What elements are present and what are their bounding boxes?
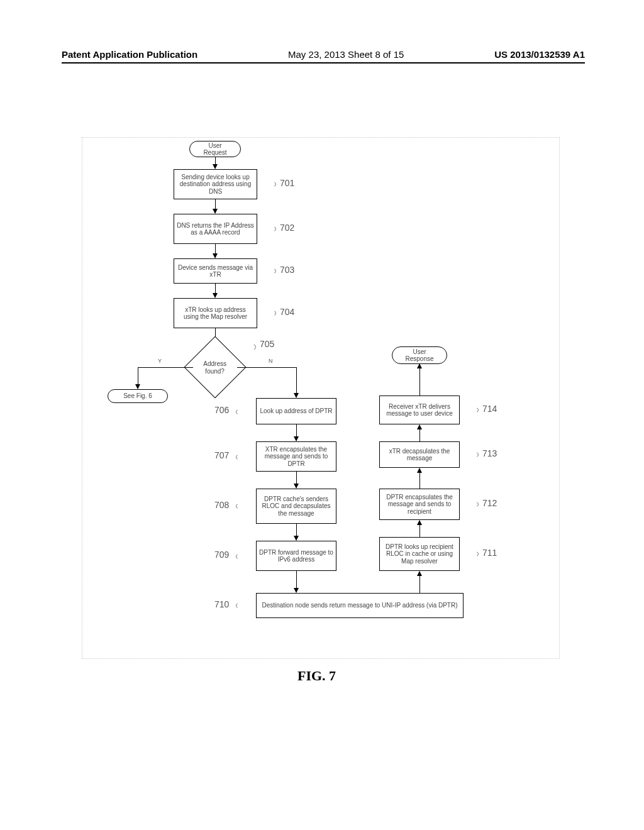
leader: [233, 343, 256, 351]
step-709: DPTR forward message to IPv6 address: [256, 541, 336, 571]
arrow: [296, 571, 297, 592]
step-708: DPTR cache's senders RLOC and decapsulat…: [256, 489, 336, 524]
step-706: Look up address of DPTR: [256, 398, 336, 424]
arrow: [138, 367, 138, 389]
step-703-text: Device sends message via xTR: [177, 264, 254, 279]
step-714-text: Receiver xTR delivers message to user de…: [382, 403, 457, 418]
step-713: xTR decapsulates the message: [379, 441, 460, 468]
step-708-text: DPTR cache's senders RLOC and decapsulat…: [259, 495, 333, 517]
leader: [257, 180, 276, 188]
step-707-text: XTR encapsulates the message and sends t…: [259, 446, 333, 468]
ref-706: 706: [214, 405, 229, 415]
terminator-user-request: User Request: [189, 141, 241, 157]
arrow: [419, 425, 420, 441]
terminator-user-request-text: User Request: [203, 142, 226, 157]
decision-no-label: N: [269, 358, 273, 364]
leader: [236, 602, 255, 609]
leader: [257, 267, 276, 275]
step-702-text: DNS returns the IP Address as a AAAA rec…: [177, 222, 254, 236]
arrow: [215, 157, 216, 169]
step-710-text: Destination node sends return message to…: [262, 602, 457, 609]
arrow: [296, 367, 297, 397]
step-712: DPTR encapsulates the message and sends …: [379, 489, 460, 520]
arrow: [419, 572, 420, 593]
arrow: [215, 284, 216, 297]
figure-label: FIG. 7: [297, 668, 336, 684]
step-711-text: DPTR looks up recipient RLOC in cache or…: [382, 543, 457, 565]
ref-708: 708: [214, 500, 229, 510]
ref-704: 704: [280, 307, 294, 317]
ref-703: 703: [280, 265, 294, 275]
step-713-text: xTR decapsulates the message: [382, 448, 457, 462]
ref-705: 705: [260, 339, 274, 349]
header-left: Patent Application Publication: [62, 49, 197, 60]
step-701: Sending device looks up destination addr…: [174, 169, 257, 199]
leader: [460, 501, 479, 508]
header-mid: May 23, 2013 Sheet 8 of 15: [288, 49, 404, 60]
step-702: DNS returns the IP Address as a AAAA rec…: [174, 214, 257, 244]
step-712-text: DPTR encapsulates the message and sends …: [382, 494, 457, 516]
page-header: Patent Application Publication May 23, 2…: [62, 49, 585, 64]
step-704: xTR looks up address using the Map resol…: [174, 298, 257, 328]
step-701-text: Sending device looks up destination addr…: [177, 174, 254, 196]
leader: [236, 553, 255, 560]
leader: [460, 406, 479, 414]
step-710: Destination node sends return message to…: [256, 593, 464, 618]
ref-701: 701: [280, 178, 294, 188]
step-714: Receiver xTR delivers message to user de…: [379, 396, 460, 424]
arrow: [215, 199, 216, 213]
terminator-user-response-text: User Response: [405, 348, 433, 363]
terminator-see-fig6: See Fig. 6: [108, 389, 168, 403]
arrow: [419, 468, 420, 489]
ref-714: 714: [482, 404, 497, 414]
terminator-user-response: User Response: [392, 346, 447, 364]
terminator-see-fig6-text: See Fig. 6: [123, 392, 152, 400]
ref-709: 709: [214, 550, 229, 560]
step-709-text: DPTR forward message to IPv6 address: [259, 549, 333, 563]
arrow: [138, 367, 193, 368]
leader: [257, 225, 276, 233]
arrow: [237, 367, 296, 368]
leader: [460, 451, 479, 458]
ref-707: 707: [214, 450, 229, 460]
flowchart-canvas: User Request Sending device looks up des…: [82, 137, 560, 659]
leader: [257, 309, 276, 317]
arrow: [215, 244, 216, 258]
arrow: [296, 472, 297, 488]
ref-710: 710: [214, 599, 229, 609]
step-707: XTR encapsulates the message and sends t…: [256, 441, 336, 472]
leader: [236, 408, 255, 416]
decision-yes-label: Y: [158, 358, 162, 364]
ref-711: 711: [482, 548, 497, 558]
arrow: [419, 364, 420, 396]
ref-713: 713: [482, 448, 497, 458]
step-704-text: xTR looks up address using the Map resol…: [177, 306, 254, 321]
arrow: [296, 524, 297, 540]
decision-705-text: Address found?: [196, 360, 234, 375]
step-703: Device sends message via xTR: [174, 258, 257, 284]
step-706-text: Look up address of DPTR: [260, 407, 332, 415]
leader: [460, 550, 479, 558]
arrow: [419, 521, 420, 537]
ref-712: 712: [482, 498, 497, 508]
leader: [236, 502, 255, 510]
step-711: DPTR looks up recipient RLOC in cache or…: [379, 537, 460, 571]
header-right: US 2013/0132539 A1: [494, 49, 585, 60]
leader: [236, 453, 255, 461]
arrow: [296, 424, 297, 441]
ref-702: 702: [280, 223, 294, 233]
